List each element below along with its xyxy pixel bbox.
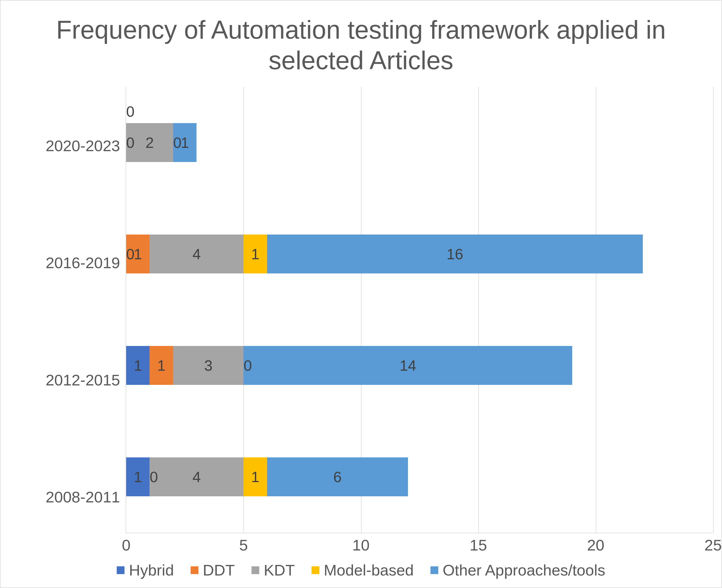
y-tick-label: 2008-2011	[46, 488, 120, 506]
plot-area: 0510152025 1416011314014116021000	[126, 87, 713, 533]
bar-segment-label: 1	[134, 468, 142, 485]
bar-zero-label: 0	[126, 103, 134, 120]
legend-swatch	[191, 566, 198, 574]
bar-segment: 1	[243, 234, 267, 273]
legend-swatch	[430, 566, 438, 574]
legend-swatch	[252, 566, 259, 574]
plot-wrap: 2008-20112012-20152016-20192020-2023 051…	[9, 87, 713, 555]
bar-zero-label: 0	[149, 468, 158, 485]
bar-segment-label: 3	[204, 357, 213, 374]
chart-title: Frequency of Automation testing framewor…	[20, 15, 702, 76]
gridline	[713, 87, 714, 533]
bar-segment-label: 4	[192, 468, 200, 485]
x-tick-label: 5	[239, 536, 248, 554]
x-axis-labels: 0510152025	[126, 536, 713, 553]
bar-segment: 4	[149, 457, 243, 496]
bar-segment: 6	[267, 457, 408, 496]
bar-zero-label: 0	[243, 357, 252, 374]
bar-segment-label: 1	[251, 468, 259, 485]
bar-segment-label: 1	[251, 245, 259, 262]
legend-item: Model-based	[312, 561, 414, 579]
legend: HybridDDTKDTModel-basedOther Approaches/…	[9, 555, 713, 582]
legend-label: KDT	[264, 561, 295, 579]
x-tick-label: 0	[122, 536, 130, 554]
bar-segment: 1	[149, 346, 173, 385]
bar-segment: 4	[149, 234, 243, 273]
x-tick-label: 25	[704, 536, 722, 554]
bar-segment-label: 2	[145, 134, 154, 151]
legend-swatch	[312, 566, 319, 574]
bar-segment: 1	[126, 457, 149, 496]
legend-swatch	[117, 566, 125, 574]
bar-row: 1416	[126, 457, 713, 496]
legend-label: Model-based	[324, 561, 414, 579]
bar-row: 14116	[126, 234, 713, 273]
bar-zero-label: 0	[173, 134, 182, 151]
legend-item: Hybrid	[117, 561, 174, 579]
bar-zero-label: 0	[126, 245, 134, 262]
legend-label: DDT	[203, 561, 235, 579]
bar-segment-label: 1	[134, 357, 142, 374]
y-tick-label: 2012-2015	[46, 371, 120, 389]
y-tick-label: 2016-2019	[46, 254, 120, 272]
legend-item: KDT	[252, 561, 295, 579]
bar-zero-label: 0	[126, 134, 134, 151]
bar-segment-label: 6	[333, 468, 342, 485]
x-tick-label: 15	[470, 536, 487, 554]
legend-item: DDT	[191, 561, 235, 579]
legend-item: Other Approaches/tools	[430, 561, 605, 579]
bar-segment: 14	[243, 346, 572, 385]
bar-segment: 3	[173, 346, 243, 385]
bar-row: 11314	[126, 346, 713, 385]
bar-segment: 1	[243, 457, 267, 496]
legend-label: Hybrid	[129, 561, 174, 579]
bar-segment: 16	[267, 234, 643, 273]
x-tick-label: 20	[587, 536, 604, 554]
x-tick-label: 10	[353, 536, 369, 554]
chart-container: Frequency of Automation testing framewor…	[0, 0, 722, 588]
bar-segment-label: 4	[192, 245, 200, 262]
bar-row: 21	[126, 123, 713, 162]
bar-segment-label: 1	[134, 245, 142, 262]
legend-label: Other Approaches/tools	[443, 561, 605, 579]
bar-segment-label: 1	[157, 357, 166, 374]
y-axis-labels: 2008-20112012-20152016-20192020-2023	[9, 87, 126, 555]
y-tick-label: 2020-2023	[46, 136, 120, 154]
bar-segment-label: 14	[400, 357, 416, 374]
bar-segment: 1	[126, 346, 149, 385]
bar-segment-label: 1	[180, 134, 189, 151]
bar-segment-label: 16	[447, 245, 463, 262]
